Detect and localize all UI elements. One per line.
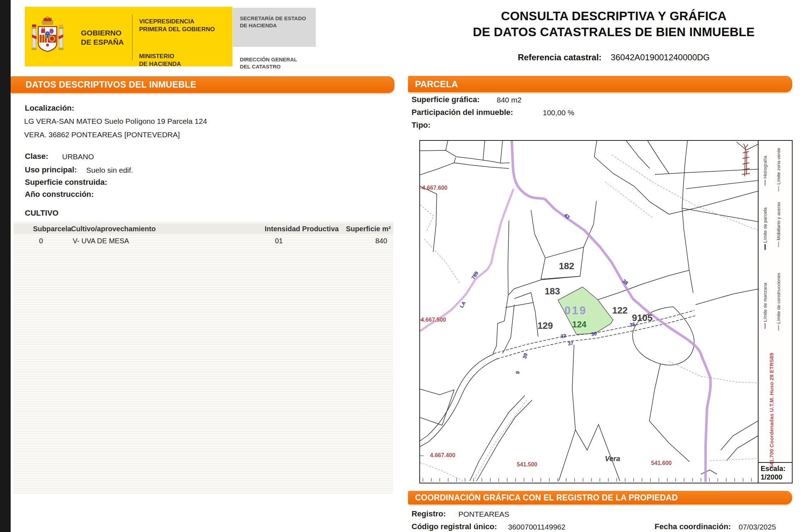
cell-intensidad: 01 <box>275 237 283 245</box>
anio-construccion-label: Año construcción: <box>25 190 94 199</box>
legend-swatch <box>765 244 766 250</box>
localizacion-line2: VERA. 36862 PONTEAREAS [PONTEVEDRA] <box>24 131 180 139</box>
legend-item-l-mite-de-parcela: Límite de parcela <box>763 207 768 251</box>
cadastral-map: 18218312212991050191244338789LA323730353… <box>420 141 758 483</box>
legend-swatch <box>778 325 779 331</box>
referencia-catastral: Referencia catastral:36042A019001240000D… <box>451 52 777 62</box>
participacion-value: 100,00 % <box>543 109 574 117</box>
participacion-label: Participación del inmueble: <box>412 108 513 117</box>
secretaria-title: SECRETARÍA DE ESTADO DE HACIENDA <box>240 15 306 29</box>
superficie-construida-label: Superficie construida: <box>25 178 107 187</box>
section-header-parcela: PARCELA <box>408 76 792 92</box>
registro-label: Registro: <box>412 509 446 519</box>
cell-cultivo: V- UVA DE MESA <box>73 237 129 245</box>
col-superficie: Superficie m² <box>346 225 391 233</box>
road-branch <box>420 190 513 331</box>
gobierno-title: GOBIERNO DE ESPAÑA <box>81 28 124 47</box>
referencia-label: Referencia catastral: <box>518 52 601 62</box>
localizacion-line1: LG VERA-SAN MATEO Suelo Polígono 19 Parc… <box>24 117 207 126</box>
map-label-Vera: Vera <box>605 455 620 462</box>
legend-swatch <box>765 180 766 185</box>
map-label-32: 32 <box>560 333 567 339</box>
legend-item-l-mite-zona-verde: Límite zona verde <box>776 148 781 193</box>
legend-item-mobiliario-y-aceras: Mobiliario y aceras <box>776 202 781 249</box>
direccion-catastro-title: DIRECCIÓN GENERAL DEL CATASTRO <box>240 56 297 70</box>
legend-swatch <box>778 242 779 247</box>
tipo-label: Tipo: <box>412 121 430 130</box>
map-label-30: 30 <box>591 331 597 337</box>
red-hatch-symbol <box>742 144 750 176</box>
superficie-grafica-label: Superficie gráfica: <box>412 95 480 104</box>
ministerio-title: MINISTERIO DE HACIENDA <box>139 52 181 68</box>
document-title: CONSULTA DESCRIPTIVA Y GRÁFICA DE DATOS … <box>451 8 777 40</box>
map-label-019: 019 <box>564 304 587 317</box>
map-label-541.500: 541.500 <box>517 461 537 467</box>
section-header-coordinacion: COORDINACIÓN GRÁFICA CON EL REGISTRO DE … <box>408 491 792 504</box>
map-label-9: 9 <box>514 370 521 375</box>
map-label-122: 122 <box>612 305 627 316</box>
col-cultivo: Cultivo/aprovechamiento <box>71 225 156 233</box>
uso-principal-value: Suelo sin edif. <box>86 166 133 174</box>
map-label-35: 35 <box>629 321 636 328</box>
localizacion-label: Localización: <box>25 104 74 113</box>
map-label-183: 183 <box>545 286 560 297</box>
escala-box: Escala: 1/2000 <box>759 462 792 483</box>
escala-label: Escala: <box>761 464 792 473</box>
legend-item-l-mite-de-manzana: Límite de manzana <box>763 283 768 331</box>
fecha-coordinacion-label: Fecha coordinación: <box>655 522 731 531</box>
section-header-datos: DATOS DESCRIPTIVOS DEL INMUEBLE <box>11 76 395 93</box>
uso-principal-label: Uso principal: <box>25 165 77 174</box>
cadastral-map-frame: 18218312212991050191244338789LA323730353… <box>419 140 793 483</box>
map-label-39: 39 <box>522 352 529 359</box>
legend-swatch <box>765 323 766 329</box>
vicepresidencia-title: VICEPRESIDENCIA PRIMERA DEL GOBIERNO <box>139 18 215 33</box>
map-label-789: 789 <box>470 270 479 280</box>
cell-subparcela: 0 <box>39 237 43 245</box>
cultivo-title: CULTIVO <box>25 209 59 218</box>
codigo-registral-label: Código registral único: <box>412 522 497 531</box>
map-legend: Límite de manzana Límite de parcela Hidr… <box>758 141 792 483</box>
banner-divider <box>132 14 133 60</box>
utm-coordinates-note: 541.700 Coordenadas U.T.M. Huso 29 ETRS8… <box>769 353 774 468</box>
legend-item-hidrograf-a: Hidrografía <box>763 156 768 187</box>
map-label-4.667.400: 4.667.400 <box>430 452 455 458</box>
fecha-coordinacion-value: 07/03/2025 <box>739 523 776 531</box>
road-limite-manzana <box>512 141 711 481</box>
cadastral-map-drawing: 18218312212991050191244338789LA323730353… <box>420 141 758 483</box>
map-label-37: 37 <box>567 340 574 347</box>
cell-superficie: 840 <box>375 237 387 245</box>
clase-label: Clase: <box>25 152 48 161</box>
superficie-grafica-value: 840 m2 <box>497 96 522 104</box>
map-label-182: 182 <box>559 261 574 271</box>
cultivo-table <box>13 221 393 494</box>
legend-swatch <box>778 186 779 192</box>
scan-edge-strip <box>0 0 11 532</box>
referencia-value: 36042A019001240000DG <box>611 52 710 62</box>
government-banner: GOBIERNO DE ESPAÑA VICEPRESIDENCIA PRIME… <box>25 7 232 66</box>
escala-value: 1/2000 <box>761 473 792 481</box>
map-label-124: 124 <box>572 320 587 329</box>
col-subparcela: Subparcela <box>33 225 71 233</box>
spain-coat-of-arms-icon <box>31 16 64 59</box>
legend-item-l-mite-de-construcciones: Límite de construcciones <box>776 273 781 332</box>
map-label-129: 129 <box>537 320 553 331</box>
codigo-registral-value: 36007001149962 <box>508 523 566 531</box>
registro-value: PONTEAREAS <box>458 510 509 519</box>
map-label-9105: 9105 <box>632 312 652 323</box>
map-label-541.600: 541.600 <box>651 460 672 466</box>
map-label-4.667.500: 4.667.500 <box>421 317 446 323</box>
clase-value: URBANO <box>62 153 94 161</box>
map-label-4.667.600: 4.667.600 <box>422 185 447 191</box>
col-intensidad: Intensidad Productiva <box>265 225 339 233</box>
